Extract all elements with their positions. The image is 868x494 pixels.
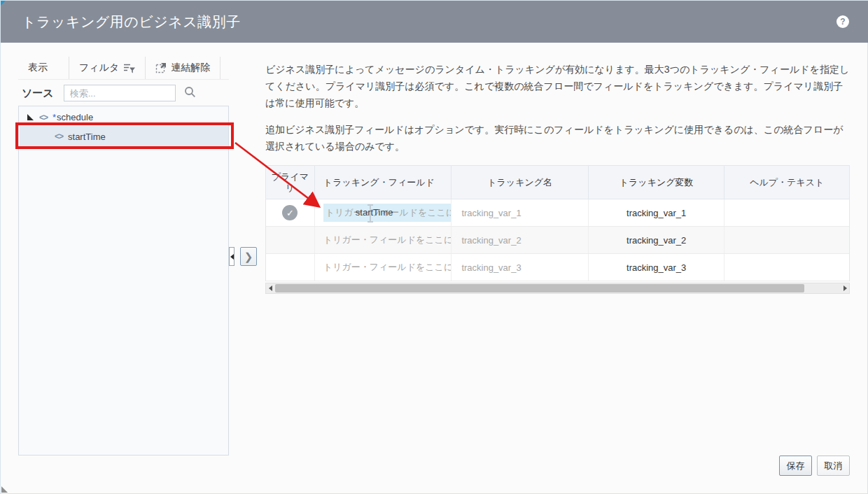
- resize-grip[interactable]: [1, 486, 8, 493]
- filter-label: フィルタ: [79, 62, 119, 74]
- column-header-primary: プライマリ: [266, 166, 315, 199]
- search-input[interactable]: [64, 85, 176, 101]
- tree-node-label: *schedule: [52, 112, 93, 122]
- column-header-tracking-variable: トラッキング変数: [589, 166, 725, 199]
- tracking-variable-cell[interactable]: tracking_var_2: [589, 227, 725, 253]
- tracking-name-cell[interactable]: tracking_var_2: [451, 227, 589, 253]
- tracking-field-cell[interactable]: トリガー・フィールドをここにド: [315, 254, 452, 281]
- tree-node-starttime[interactable]: <> startTime: [20, 126, 228, 147]
- primary-cell[interactable]: ✓: [266, 199, 315, 226]
- source-tree-panel: <> *schedule <> startTime: [18, 106, 229, 456]
- tree-node-schedule[interactable]: <> *schedule: [20, 108, 228, 126]
- tracking-table: プライマリ トラッキング・フィールド トラッキング名 トラッキング変数 ヘルプ・…: [265, 165, 850, 281]
- element-icon: <>: [55, 132, 63, 141]
- help-icon[interactable]: ?: [836, 15, 849, 28]
- help-text-cell[interactable]: [724, 199, 849, 226]
- required-star: *: [52, 112, 56, 122]
- intro-paragraph-2: 追加ビジネス識別子フィールドはオプションです。実行時にこのフィールドをトラッキン…: [265, 121, 850, 155]
- scroll-right-arrow-icon[interactable]: [841, 283, 849, 293]
- help-text-cell[interactable]: [724, 254, 849, 281]
- tracking-name-cell[interactable]: tracking_var_3: [451, 254, 589, 281]
- splitter-collapse-handle[interactable]: [229, 247, 234, 266]
- horizontal-scrollbar[interactable]: [265, 283, 850, 294]
- column-header-tracking-field: トラッキング・フィールド: [315, 166, 452, 199]
- dragged-field-label: startTime: [356, 207, 393, 218]
- scroll-left-arrow-icon[interactable]: [266, 283, 274, 293]
- column-header-tracking-name: トラッキング名: [451, 166, 589, 199]
- table-row: トリガー・フィールドをここにド tracking_var_2 tracking_…: [266, 227, 849, 254]
- tree-node-label: startTime: [68, 132, 106, 142]
- table-header-row: プライマリ トラッキング・フィールド トラッキング名 トラッキング変数 ヘルプ・…: [266, 166, 849, 199]
- source-label: ソース: [22, 87, 54, 100]
- detach-button[interactable]: 連結解除: [146, 57, 220, 79]
- detach-label: 連結解除: [171, 62, 210, 74]
- cancel-button[interactable]: 取消: [817, 456, 850, 476]
- description-block: ビジネス識別子によってメッセージのランタイム・トラッキングが有効になります。最大…: [265, 61, 850, 155]
- search-icon[interactable]: [184, 86, 196, 101]
- detach-icon: [155, 62, 167, 73]
- source-toolbar: 表示 フィルタ 連結解除: [18, 57, 229, 80]
- tracking-field-cell[interactable]: トリガー・フィールドをここにド startTime: [315, 199, 452, 226]
- tracking-name-cell[interactable]: tracking_var_1: [451, 199, 589, 226]
- tree-expand-icon[interactable]: [27, 114, 34, 120]
- view-menu-label: 表示: [28, 62, 48, 74]
- table-row: ✓ トリガー・フィールドをここにド startTime tracking_var…: [266, 199, 849, 227]
- intro-paragraph-1: ビジネス識別子によってメッセージのランタイム・トラッキングが有効になります。最大…: [265, 61, 850, 111]
- filter-button[interactable]: フィルタ: [69, 57, 145, 79]
- business-identifiers-dialog: トラッキング用のビジネス識別子 ? 表示 フィルタ: [0, 0, 868, 494]
- tracking-variable-cell[interactable]: tracking_var_1: [589, 199, 725, 226]
- table-row: トリガー・フィールドをここにド tracking_var_3 tracking_…: [266, 254, 849, 281]
- tracking-field-cell[interactable]: トリガー・フィールドをここにド: [315, 227, 452, 253]
- primary-cell[interactable]: [266, 227, 315, 253]
- filter-icon: [123, 63, 135, 73]
- dialog-header: トラッキング用のビジネス識別子 ?: [1, 1, 868, 43]
- source-search-row: ソース: [18, 83, 229, 103]
- view-menu-button[interactable]: 表示: [18, 57, 69, 79]
- help-text-cell[interactable]: [724, 227, 849, 253]
- page-title: トラッキング用のビジネス識別子: [22, 13, 241, 31]
- primary-cell[interactable]: [266, 254, 315, 281]
- drop-placeholder: トリガー・フィールドをここにド: [323, 234, 452, 246]
- tracking-variable-cell[interactable]: tracking_var_3: [589, 254, 725, 281]
- drop-placeholder: トリガー・フィールドをここにド: [323, 261, 452, 274]
- splitter-expand-button[interactable]: ❯: [240, 247, 257, 266]
- toolbar-divider: [220, 57, 220, 79]
- primary-check-icon: ✓: [282, 205, 298, 220]
- scrollbar-thumb[interactable]: [275, 284, 804, 292]
- save-button[interactable]: 保存: [779, 456, 812, 476]
- element-icon: <>: [39, 113, 48, 122]
- column-header-help-text: ヘルプ・テキスト: [724, 166, 849, 199]
